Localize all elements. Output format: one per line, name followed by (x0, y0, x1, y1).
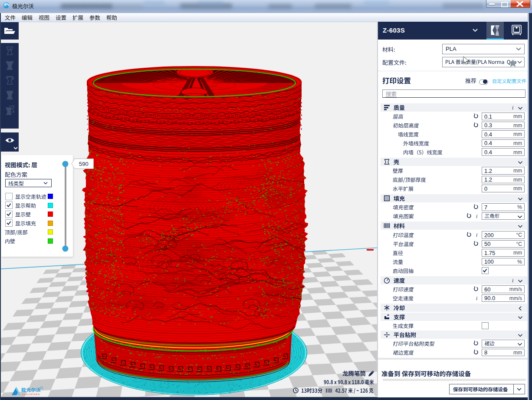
svg-text:590: 590 (79, 161, 89, 167)
